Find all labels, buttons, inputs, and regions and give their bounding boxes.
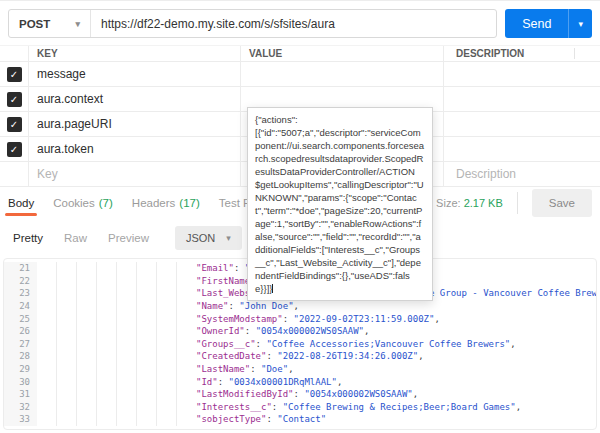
- view-mode-preview[interactable]: Preview: [108, 232, 149, 244]
- method-url-group: POST ▾: [8, 9, 497, 38]
- chevron-down-icon: ▾: [75, 19, 80, 29]
- param-value-cell[interactable]: [240, 62, 443, 86]
- punctuation: :: [294, 389, 305, 399]
- row-checkbox-cell: ✓: [0, 112, 28, 136]
- json-value: "Coffee Brewing & Recipes;Beer;Board Gam…: [283, 402, 516, 412]
- line-number: 29: [4, 363, 37, 376]
- line-number: 27: [4, 338, 37, 351]
- indent-guides: [37, 275, 196, 288]
- json-value: "Contact": [277, 414, 326, 424]
- param-key-cell[interactable]: aura.context: [28, 87, 240, 111]
- value-editor-popup[interactable]: {"actions": [{"id":"5007;a","descriptor"…: [247, 107, 433, 301]
- send-button-group: Send ▾: [505, 9, 592, 38]
- json-value: "2022-08-26T19:34:26.000Z": [277, 351, 418, 361]
- send-options-button[interactable]: ▾: [568, 9, 592, 38]
- params-header-row: KEY VALUE DESCRIPTION: [0, 45, 600, 62]
- indent-guides: [37, 312, 196, 325]
- tab-count-badge: (17): [179, 197, 199, 209]
- code-line: 25"SystemModstamp": "2022-09-02T23:11:59…: [4, 312, 596, 325]
- json-key: "sobjectType": [196, 414, 266, 424]
- json-key: "Groups__c": [196, 339, 256, 349]
- punctuation: ,: [418, 351, 423, 361]
- line-number: 22: [4, 275, 37, 288]
- punctuation: :: [250, 364, 261, 374]
- punctuation: ,: [364, 326, 369, 336]
- url-input[interactable]: [91, 10, 496, 37]
- tab-body[interactable]: Body: [8, 197, 34, 209]
- param-key-cell[interactable]: message: [28, 62, 240, 86]
- indent-guides: [37, 401, 196, 414]
- indent-guides: [37, 287, 196, 300]
- punctuation: ,: [288, 364, 293, 374]
- json-value: "Coffee Accessories;Vancouver Coffee Bre…: [266, 339, 510, 349]
- tab-headers[interactable]: Headers(17): [132, 197, 200, 209]
- line-number: 25: [4, 312, 37, 325]
- code-text: "OwnerId": "0054x000002WS0SAAW",: [196, 326, 369, 336]
- code-line: 24"Name": "John Doe",: [4, 300, 596, 313]
- row-checkbox[interactable]: ✓: [7, 117, 22, 132]
- param-description-cell[interactable]: [443, 87, 600, 111]
- tab-label: Headers: [132, 197, 175, 209]
- key-placeholder: Key: [37, 167, 58, 181]
- code-line: 26"OwnerId": "0054x000002WS0SAAW",: [4, 325, 596, 338]
- tab-count-badge: (7): [99, 197, 113, 209]
- param-description-cell[interactable]: [443, 112, 600, 136]
- indent-guides: [37, 338, 196, 351]
- json-key: "OwnerId": [196, 326, 245, 336]
- punctuation: :: [218, 377, 229, 387]
- json-key: "Email": [196, 263, 234, 273]
- json-value: "0054x000002WS0SAAW": [304, 389, 412, 399]
- size-label: Size:: [436, 197, 460, 209]
- params-table: KEY VALUE DESCRIPTION ✓message✓aura.cont…: [0, 45, 600, 187]
- param-key-cell[interactable]: aura.token: [28, 137, 240, 161]
- params-row: ✓message: [0, 62, 600, 87]
- column-resize-handle[interactable]: [574, 48, 575, 59]
- row-checkbox[interactable]: ✓: [7, 142, 22, 157]
- punctuation: ,: [337, 377, 342, 387]
- tab-cookies[interactable]: Cookies(7): [53, 197, 113, 209]
- method-select[interactable]: POST ▾: [9, 10, 91, 37]
- punctuation: ,: [294, 301, 299, 311]
- code-line: 32"Interests__c": "Coffee Brewing & Reci…: [4, 401, 596, 414]
- header-checkbox-cell: [0, 46, 28, 61]
- new-key-input[interactable]: Key: [28, 162, 240, 186]
- code-line: 29"LastName": "Doe",: [4, 363, 596, 376]
- json-key: "Id": [196, 377, 218, 387]
- row-checkbox-cell: ✓: [0, 137, 28, 161]
- punctuation: ,: [413, 389, 418, 399]
- response-tabs: BodyCookies(7)Headers(17)Test Results: [8, 197, 281, 209]
- code-line: 27"Groups__c": "Coffee Accessories;Vanco…: [4, 338, 596, 351]
- code-line: 30"Id": "0034x00001DRqMlAAL",: [4, 375, 596, 388]
- column-header-key: KEY: [28, 46, 240, 61]
- punctuation: ,: [510, 339, 515, 349]
- punctuation: :: [229, 301, 240, 311]
- json-key: "Name": [196, 301, 229, 311]
- code-text: "Interests__c": "Coffee Brewing & Recipe…: [196, 402, 521, 412]
- format-label: JSON: [186, 232, 215, 244]
- indent-guides: [37, 262, 196, 275]
- code-line: 28"CreatedDate": "2022-08-26T19:34:26.00…: [4, 350, 596, 363]
- size-value: 2.17 KB: [464, 197, 503, 209]
- format-select[interactable]: JSON ▾: [175, 226, 242, 250]
- save-response-button[interactable]: Save: [532, 189, 592, 217]
- view-mode-raw[interactable]: Raw: [64, 232, 87, 244]
- code-text: "LastModifiedById": "0054x000002WS0SAAW"…: [196, 389, 418, 399]
- view-mode-tabs: PrettyRawPreview: [13, 232, 149, 244]
- param-key-cell[interactable]: aura.pageURI: [28, 112, 240, 136]
- line-number: 28: [4, 350, 37, 363]
- view-mode-pretty[interactable]: Pretty: [13, 232, 43, 244]
- code-line: 33"sobjectType": "Contact": [4, 413, 596, 426]
- punctuation: :: [266, 351, 277, 361]
- code-text: "CreatedDate": "2022-08-26T19:34:26.000Z…: [196, 351, 424, 361]
- indent-guides: [37, 325, 196, 338]
- param-description-cell[interactable]: [443, 62, 600, 86]
- json-value: "John Doe": [239, 301, 293, 311]
- description-placeholder: Description: [456, 167, 516, 181]
- new-description-input[interactable]: Description: [443, 162, 600, 186]
- send-label: Send: [522, 17, 551, 31]
- send-button[interactable]: Send: [505, 9, 568, 38]
- row-checkbox[interactable]: ✓: [7, 67, 22, 82]
- row-checkbox-cell: ✓: [0, 87, 28, 111]
- row-checkbox[interactable]: ✓: [7, 92, 22, 107]
- param-description-cell[interactable]: [443, 137, 600, 161]
